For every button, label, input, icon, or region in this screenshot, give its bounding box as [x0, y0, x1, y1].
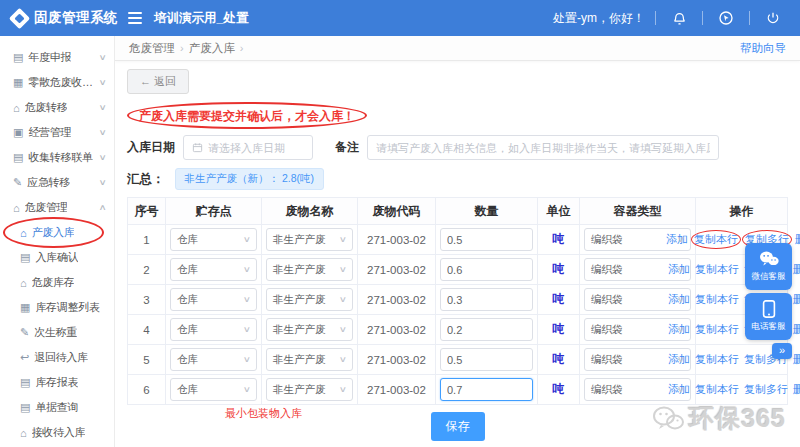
column-header: 贮存点	[166, 198, 262, 225]
sidebar-item-3[interactable]: ▣ 经营管理 ∨	[0, 120, 114, 145]
sidebar-item-2[interactable]: ⌂ 危废转移 ∨	[0, 95, 114, 120]
sidebar-item-6[interactable]: ⌂ 危废管理 ∧	[0, 195, 114, 220]
storage-select[interactable]: 仓库∨	[170, 378, 257, 401]
bell-icon[interactable]	[666, 7, 692, 29]
remark-field[interactable]	[367, 135, 719, 160]
action-link-3[interactable]: 删除	[793, 262, 800, 277]
table-row: 1 仓库∨ 非生产产废∨ 271-003-02 吨 编织袋∨ 添加复制本行复制多…	[128, 225, 788, 255]
waste-name-select[interactable]: 非生产产废∨	[266, 288, 353, 311]
divider	[655, 11, 656, 25]
action-link-1[interactable]: 复制本行	[695, 292, 739, 307]
report2-icon: ▤	[20, 376, 30, 389]
expand-arrow-icon[interactable]: »	[772, 343, 792, 359]
row-seq: 1	[143, 234, 149, 246]
waste-name-select[interactable]: 非生产产废∨	[266, 318, 353, 341]
chevron-icon: ∨	[99, 128, 110, 137]
action-link-3[interactable]: 删除	[793, 292, 800, 307]
sidebar-item-15[interactable]: ⌂ 接收待入库	[0, 420, 114, 445]
sidebar-item-12[interactable]: ↩ 退回待入库	[0, 345, 114, 370]
sidebar-item-11[interactable]: ✎ 次生称重	[0, 320, 114, 345]
waste-code: 271-003-02	[367, 264, 426, 276]
action-link-2[interactable]: 复制多行	[744, 382, 788, 397]
storage-select[interactable]: 仓库∨	[170, 348, 257, 371]
sidebar-item-8[interactable]: ▤ 入库确认	[0, 245, 114, 270]
action-link-3[interactable]: 删除	[793, 322, 800, 337]
waste-code: 271-003-02	[367, 294, 426, 306]
storage-select[interactable]: 仓库∨	[170, 258, 257, 281]
sidebar-item-10[interactable]: ▦ 库存调整列表	[0, 295, 114, 320]
divider	[702, 11, 703, 25]
quantity-input[interactable]	[440, 228, 533, 251]
logout-power-icon[interactable]	[760, 7, 786, 29]
quantity-input[interactable]	[440, 378, 533, 401]
action-link-1[interactable]: 复制本行	[695, 382, 739, 397]
receive-icon: ⌂	[20, 427, 27, 439]
calendar-icon	[192, 142, 203, 153]
column-header: 序号	[128, 198, 166, 225]
action-link-1[interactable]: 复制本行	[695, 352, 739, 367]
storage-select[interactable]: 仓库∨	[170, 228, 257, 251]
sidebar-item-7[interactable]: ⌂ 产废入库	[0, 220, 114, 245]
breadcrumb-item[interactable]: 产废入库	[189, 41, 235, 56]
sidebar: ▤ 年度申报 ∨ ▦ 零散危废收集填报 ∨ ⌂ 危废转移 ∨ ▣ 经营管理 ∨ …	[0, 36, 115, 447]
action-link-3[interactable]: 删除	[795, 232, 800, 247]
summary-badge: 非生产产废（新）： 2.8(吨)	[175, 168, 325, 190]
sidebar-item-14[interactable]: ▤ 单据查询	[0, 395, 114, 420]
waste-name-select[interactable]: 非生产产废∨	[266, 258, 353, 281]
storage-select[interactable]: 仓库∨	[170, 318, 257, 341]
quantity-input[interactable]	[440, 258, 533, 281]
action-link-3[interactable]: 删除	[793, 352, 800, 367]
emergency-icon: ✎	[13, 176, 22, 189]
main-area: 危废管理 › 产废入库 › 帮助向导 ← 返回 产废入库需要提交并确认后，才会入…	[115, 36, 800, 447]
date-input[interactable]	[208, 142, 304, 154]
chevron-down-icon: ∨	[339, 355, 347, 364]
waste-code: 271-003-02	[367, 354, 426, 366]
guide-icon[interactable]	[713, 7, 739, 29]
breadcrumb-item[interactable]: 危废管理	[129, 41, 175, 56]
date-picker[interactable]	[183, 135, 313, 160]
quantity-input[interactable]	[440, 288, 533, 311]
phone-service-button[interactable]: 电话客服	[745, 293, 792, 340]
hamburger-menu-icon[interactable]	[128, 12, 142, 24]
quantity-input[interactable]	[440, 348, 533, 371]
chevron-down-icon: ∨	[677, 265, 685, 274]
page-title: 培训演示用_处置	[154, 10, 248, 27]
quantity-input[interactable]	[440, 318, 533, 341]
chevron-down-icon: ∨	[339, 385, 347, 394]
wechat-service-button[interactable]: 微信客服	[745, 243, 792, 290]
sidebar-nav: ▤ 年度申报 ∨ ▦ 零散危废收集填报 ∨ ⌂ 危废转移 ∨ ▣ 经营管理 ∨ …	[0, 45, 114, 445]
confirm-icon: ▤	[20, 251, 30, 264]
unit-text: 吨	[553, 232, 565, 246]
storage-select[interactable]: 仓库∨	[170, 288, 257, 311]
waste-name-select[interactable]: 非生产产废∨	[266, 378, 353, 401]
sidebar-item-9[interactable]: ⌂ 危废库存	[0, 270, 114, 295]
waste-name-select[interactable]: 非生产产废∨	[266, 348, 353, 371]
breadcrumb-separator-icon: ›	[240, 42, 244, 54]
sidebar-item-13[interactable]: ▤ 库存报表	[0, 370, 114, 395]
save-button[interactable]: 保存	[431, 412, 485, 441]
return-icon: ↩	[20, 351, 29, 364]
row-seq: 3	[143, 294, 149, 306]
date-label: 入库日期	[127, 139, 175, 156]
table-row: 3 仓库∨ 非生产产废∨ 271-003-02 吨 编织袋∨ 添加复制本行复制多…	[128, 285, 788, 315]
action-link-3[interactable]: 删除	[793, 382, 800, 397]
sidebar-item-0[interactable]: ▤ 年度申报 ∨	[0, 45, 114, 70]
breadcrumb: 危废管理 › 产废入库 › 帮助向导	[115, 36, 800, 61]
sidebar-item-4[interactable]: ▤ 收集转移联单 ∨	[0, 145, 114, 170]
summary-label: 汇总：	[127, 171, 165, 188]
action-link-1[interactable]: 复制本行	[695, 262, 739, 277]
min-pack-annotation: 最小包装物入库	[225, 406, 302, 421]
sidebar-item-5[interactable]: ✎ 应急转移 ∨	[0, 170, 114, 195]
sidebar-item-1[interactable]: ▦ 零散危废收集填报 ∨	[0, 70, 114, 95]
waste-name-select[interactable]: 非生产产废∨	[266, 228, 353, 251]
remark-input[interactable]	[376, 142, 710, 154]
column-header: 容器类型	[580, 198, 696, 225]
unit-text: 吨	[553, 262, 565, 276]
action-link-1[interactable]: 复制本行	[695, 322, 739, 337]
chevron-down-icon: ∨	[339, 325, 347, 334]
back-button[interactable]: ← 返回	[127, 69, 189, 94]
help-guide-link[interactable]: 帮助向导	[740, 41, 786, 56]
chevron-down-icon: ∨	[243, 355, 251, 364]
action-link-1[interactable]: 复制本行	[691, 230, 741, 249]
inbound-icon: ⌂	[20, 227, 27, 239]
